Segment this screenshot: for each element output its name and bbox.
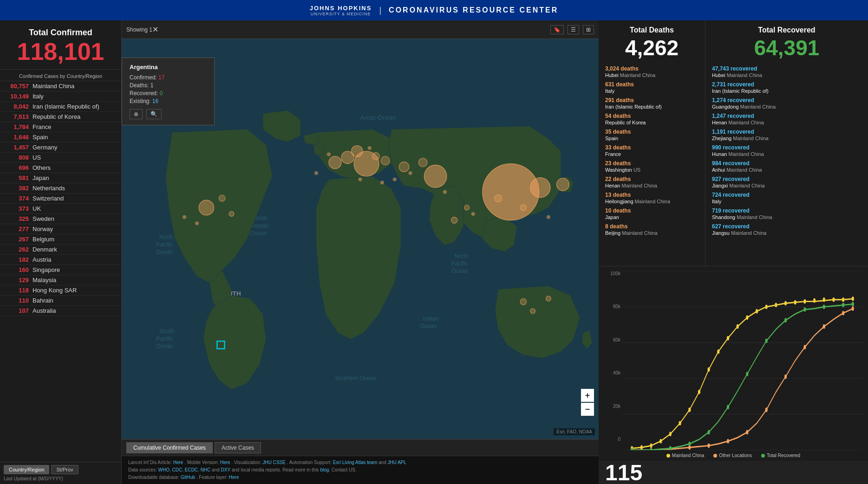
list-item[interactable]: 107Australia bbox=[0, 306, 121, 316]
list-item: 291 deathsIran (Islamic Republic of) bbox=[605, 97, 698, 110]
country-count: 1,646 bbox=[5, 134, 29, 141]
list-item[interactable]: 382Netherlands bbox=[0, 183, 121, 194]
svg-text:Pacific: Pacific bbox=[451, 260, 468, 267]
svg-point-28 bbox=[483, 164, 539, 220]
svg-point-30 bbox=[424, 165, 447, 188]
list-item[interactable]: 110Bahrain bbox=[0, 296, 121, 306]
list-item: 1,247 recoveredHenan Mainland China bbox=[712, 113, 861, 126]
recovered-count: 927 recovered bbox=[712, 176, 750, 182]
svg-point-89 bbox=[813, 298, 816, 303]
esri-link[interactable]: Esri Living Atlas team bbox=[333, 460, 378, 465]
lancet-link[interactable]: Here bbox=[173, 460, 183, 465]
list-item[interactable]: 7,513Republic of Korea bbox=[0, 112, 121, 122]
mobile-link[interactable]: Here bbox=[220, 460, 230, 465]
tab-country-region[interactable]: Country/Region bbox=[4, 465, 49, 474]
map-close-button[interactable]: ✕ bbox=[152, 25, 158, 34]
blog-link[interactable]: blog bbox=[320, 467, 329, 472]
bookmark-icon-button[interactable]: 🔖 bbox=[550, 25, 564, 34]
list-item[interactable]: 10,149Italy bbox=[0, 91, 121, 102]
svg-point-119 bbox=[852, 302, 854, 307]
list-item[interactable]: 277Norway bbox=[0, 224, 121, 234]
ecdc-link[interactable]: ECDC bbox=[185, 467, 198, 472]
cdc-link[interactable]: CDC bbox=[172, 467, 183, 472]
jhu-apl-link[interactable]: JHU APL bbox=[388, 460, 407, 465]
list-item[interactable]: 80,757Mainland China bbox=[0, 81, 121, 91]
recovered-count: 1,247 recovered bbox=[712, 113, 754, 119]
deaths-list: 3,024 deathsHubei Mainland China631 deat… bbox=[605, 65, 698, 236]
popup-search-button[interactable]: 🔍 bbox=[146, 109, 162, 119]
list-item[interactable]: 696Others bbox=[0, 163, 121, 173]
popup-confirmed-value: 17 bbox=[158, 74, 164, 81]
list-item[interactable]: 129Malaysia bbox=[0, 275, 121, 285]
deaths-count: 8 deaths bbox=[605, 223, 628, 230]
chart-svg-container: Feb bbox=[622, 271, 862, 450]
recovered-count: 1,191 recovered bbox=[712, 129, 754, 135]
deaths-sublabel: Hubei Mainland China bbox=[605, 72, 655, 78]
y-label-40k: 40k bbox=[613, 370, 620, 375]
list-item[interactable]: 267Belgium bbox=[0, 234, 121, 245]
svg-text:Ocean: Ocean bbox=[420, 323, 437, 329]
country-count: 325 bbox=[5, 215, 29, 222]
country-count: 7,513 bbox=[5, 113, 29, 120]
tab-state-prov[interactable]: St/Prov bbox=[51, 465, 78, 474]
list-item[interactable]: 808US bbox=[0, 153, 121, 163]
nhc-link[interactable]: NHC bbox=[201, 467, 211, 472]
github-link[interactable]: GitHub bbox=[181, 475, 195, 480]
zoom-in-button[interactable]: + bbox=[581, 389, 594, 402]
list-item[interactable]: 374Switzerland bbox=[0, 194, 121, 204]
deaths-sublabel: Heilongjiang Mainland China bbox=[605, 199, 670, 204]
recovered-list: 47,743 recoveredHubei Mainland China2,73… bbox=[712, 65, 861, 236]
list-item[interactable]: 581Japan bbox=[0, 173, 121, 183]
recovered-count: 984 recovered bbox=[712, 160, 750, 167]
svg-point-71 bbox=[640, 445, 643, 450]
svg-text:South: South bbox=[159, 328, 174, 335]
svg-point-46 bbox=[229, 212, 234, 217]
who-link[interactable]: WHO bbox=[158, 467, 169, 472]
list-item[interactable]: 8,042Iran (Islamic Republic of) bbox=[0, 102, 121, 112]
svg-point-99 bbox=[727, 439, 729, 444]
deaths-count: 33 deaths bbox=[605, 144, 631, 151]
y-label-80k: 80k bbox=[613, 304, 620, 309]
map-container[interactable]: Argentina Confirmed: 17 Deaths: 1 Recove… bbox=[122, 39, 599, 439]
svg-point-105 bbox=[842, 311, 844, 316]
tab-cumulative-cases[interactable]: Cumulative Confirmed Cases bbox=[126, 442, 213, 453]
list-item[interactable]: 118Hong Kong SAR bbox=[0, 285, 121, 296]
country-count: 373 bbox=[5, 205, 29, 212]
svg-point-88 bbox=[803, 299, 806, 304]
list-item[interactable]: 1,457Germany bbox=[0, 142, 121, 153]
svg-point-47 bbox=[520, 298, 527, 305]
zoom-out-button[interactable]: − bbox=[581, 403, 594, 416]
main-content: Total Confirmed 118,101 Confirmed Cases … bbox=[0, 20, 868, 484]
total-confirmed-label: Total Confirmed bbox=[9, 28, 112, 38]
list-item[interactable]: 373UK bbox=[0, 204, 121, 214]
feature-here-link[interactable]: Here bbox=[229, 475, 239, 480]
list-item[interactable]: 182Austria bbox=[0, 255, 121, 265]
deaths-count: 22 deaths bbox=[605, 176, 631, 182]
dxy-link[interactable]: DXY bbox=[221, 467, 230, 472]
country-name: Spain bbox=[33, 134, 48, 141]
recovered-sublabel: Hubei Mainland China bbox=[712, 72, 762, 78]
list-item[interactable]: 160Singapore bbox=[0, 265, 121, 275]
grid-icon-button[interactable]: ⊞ bbox=[583, 25, 594, 34]
svg-point-102 bbox=[784, 374, 787, 379]
country-count: 8,042 bbox=[5, 103, 29, 110]
tab-buttons: Country/Region St/Prov bbox=[4, 465, 117, 474]
svg-point-82 bbox=[746, 316, 748, 320]
list-item[interactable]: 262Denmark bbox=[0, 245, 121, 255]
tab-active-cases[interactable]: Active Cases bbox=[215, 442, 261, 453]
number-section: 115 bbox=[599, 461, 868, 484]
list-item[interactable]: 325Sweden bbox=[0, 214, 121, 224]
country-name: Germany bbox=[33, 144, 57, 151]
logo-top: JOHNS HOPKINS bbox=[310, 5, 372, 12]
deaths-sublabel: Iran (Islamic Republic of) bbox=[605, 104, 662, 110]
recovered-sublabel: Anhui Mainland China bbox=[712, 167, 762, 173]
popup-zoom-button[interactable]: ⊕ bbox=[130, 109, 143, 119]
list-item[interactable]: 1,784France bbox=[0, 122, 121, 132]
country-list-header: Confirmed Cases by Country/Region bbox=[0, 70, 121, 81]
list-item[interactable]: 1,646Spain bbox=[0, 132, 121, 142]
popup-tools: ⊕ 🔍 bbox=[130, 109, 207, 119]
list-icon-button[interactable]: ☰ bbox=[568, 25, 579, 34]
country-name: Malaysia bbox=[33, 277, 56, 284]
jhu-csse-link[interactable]: JHU CSSE bbox=[262, 460, 285, 465]
last-updated: Last Updated at (M/D/YYYY) bbox=[4, 476, 117, 481]
